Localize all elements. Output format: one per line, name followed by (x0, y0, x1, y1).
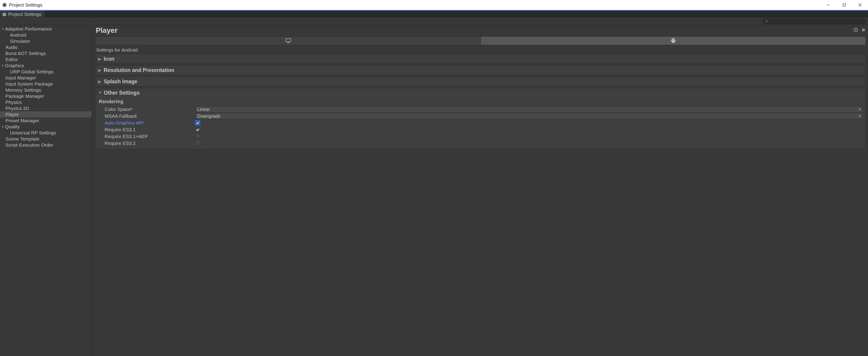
property-label: MSAA Fallback (104, 114, 195, 119)
sidebar-item[interactable]: ▼Adaptive Performance (0, 26, 92, 32)
platform-tab-android[interactable] (481, 37, 866, 45)
search-input[interactable] (763, 19, 867, 24)
property-require-es32: Require ES3.2 (98, 140, 863, 147)
unity-logo-icon (2, 2, 7, 8)
help-icon[interactable]: ? (854, 28, 858, 33)
sidebar-item[interactable]: Android (0, 32, 92, 38)
sidebar-item-label: Universal RP Settings (10, 130, 56, 136)
sidebar-item[interactable]: ▼Graphics (0, 62, 92, 69)
svg-point-15 (863, 31, 863, 31)
property-require-es31: Require ES3.1 (98, 126, 863, 133)
sidebar-item[interactable]: Physics (0, 99, 92, 105)
page-title: Player (96, 26, 118, 35)
svg-point-13 (863, 29, 863, 29)
svg-rect-3 (843, 4, 845, 6)
foldout-header-other[interactable]: ▼ Other Settings (96, 88, 866, 97)
property-auto-graphics-api: Auto Graphics API (98, 120, 863, 126)
toolbar (0, 18, 868, 25)
monitor-icon (285, 38, 291, 43)
sidebar-item[interactable]: Input Manager (0, 75, 92, 81)
settings-category-tree[interactable]: ▼Adaptive PerformanceAndroidSimulatorAud… (0, 25, 92, 356)
sidebar-item[interactable]: URP Global Settings (0, 69, 92, 75)
sidebar-item-label: Player (5, 112, 19, 117)
sidebar-item[interactable]: Editor (0, 56, 92, 62)
sidebar-item-label: Adaptive Performance (5, 26, 52, 32)
require-es31-checkbox[interactable] (195, 127, 200, 132)
foldout-label: Other Settings (104, 90, 140, 96)
require-es32-checkbox[interactable] (195, 140, 200, 145)
property-color-space: Color Space* Linear ▼ (98, 106, 863, 113)
sidebar-item[interactable]: Simulator (0, 38, 92, 44)
chevron-down-icon[interactable]: ▼ (1, 125, 4, 129)
sidebar-item[interactable]: Script Execution Order (0, 142, 92, 148)
foldout-label: Splash Image (104, 78, 137, 85)
platform-caption: Settings for Android (96, 47, 866, 53)
property-msaa-fallback: MSAA Fallback Downgrade ▼ (98, 113, 863, 120)
tab-strip: Project Settings (0, 10, 868, 18)
svg-line-7 (767, 22, 768, 23)
foldout-splash: ▶ Splash Image (96, 77, 866, 86)
chevron-down-icon: ▼ (98, 91, 102, 95)
property-label: Require ES3.1+AEP (104, 134, 195, 139)
chevron-down-icon[interactable]: ▼ (1, 64, 4, 67)
msaa-fallback-dropdown[interactable]: Downgrade ▼ (195, 113, 863, 119)
dropdown-value: Downgrade (197, 114, 220, 119)
sidebar-item-label: Script Execution Order (5, 142, 53, 148)
group-label-rendering: Rendering (99, 99, 863, 104)
sidebar-item-label: Simulator (10, 38, 30, 44)
platform-tab-desktop[interactable] (96, 37, 481, 45)
chevron-down-icon[interactable]: ▼ (1, 27, 4, 31)
sidebar-item[interactable]: Scene Template (0, 136, 92, 142)
android-icon (671, 38, 676, 43)
window-maximize-button[interactable] (836, 0, 852, 10)
chevron-right-icon: ▶ (98, 79, 102, 84)
sidebar-item[interactable]: ▼Quality (0, 124, 92, 130)
sidebar-item-label: Quality (5, 124, 20, 129)
sidebar-item[interactable]: Memory Settings (0, 87, 92, 93)
sidebar-item-label: URP Global Settings (10, 69, 54, 74)
sidebar-item[interactable]: Physics 2D (0, 105, 92, 111)
svg-text:?: ? (855, 28, 857, 31)
foldout-label: Icon (104, 56, 114, 62)
sidebar-item-label: Audio (5, 44, 18, 50)
sidebar-item-label: Package Manager (5, 94, 44, 99)
svg-point-14 (864, 30, 864, 30)
sidebar-item-label: Scene Template (5, 136, 39, 142)
sidebar-item-label: Android (10, 32, 26, 38)
sidebar-item[interactable]: Player (0, 111, 92, 118)
svg-marker-1 (3, 4, 6, 6)
sidebar-item-label: Input System Package (5, 81, 53, 87)
foldout-header-splash[interactable]: ▶ Splash Image (96, 77, 866, 86)
window-close-button[interactable] (852, 0, 868, 10)
property-label: Require ES3.2 (104, 140, 195, 146)
sidebar-item[interactable]: Burst AOT Settings (0, 50, 92, 56)
sidebar-item-label: Input Manager (5, 75, 36, 80)
foldout-header-resolution[interactable]: ▶ Resolution and Presentation (96, 66, 866, 75)
foldout-header-icon[interactable]: ▶ Icon (96, 54, 866, 63)
svg-point-6 (766, 20, 767, 22)
sidebar-item-label: Physics 2D (5, 106, 29, 111)
property-label: Color Space* (104, 106, 195, 112)
foldout-icon: ▶ Icon (96, 54, 866, 64)
foldout-resolution: ▶ Resolution and Presentation (96, 65, 866, 75)
sidebar-item[interactable]: Universal RP Settings (0, 130, 92, 136)
svg-rect-16 (286, 39, 291, 42)
require-es31aep-checkbox[interactable] (195, 133, 200, 138)
window-minimize-button[interactable] (820, 0, 836, 10)
sidebar-item-label: Graphics (5, 63, 24, 68)
settings-menu-icon[interactable] (861, 28, 866, 33)
tab-project-settings[interactable]: Project Settings (0, 11, 45, 18)
color-space-dropdown[interactable]: Linear ▼ (195, 106, 863, 112)
sidebar-item[interactable]: Package Manager (0, 93, 92, 99)
sidebar-item-label: Preset Manager (5, 118, 39, 123)
sidebar-item[interactable]: Input System Package (0, 81, 92, 87)
auto-graphics-api-checkbox[interactable] (195, 120, 200, 125)
sidebar-item-label: Memory Settings (5, 87, 41, 93)
sidebar-item[interactable]: Preset Manager (0, 118, 92, 124)
chevron-down-icon: ▼ (858, 107, 861, 111)
chevron-down-icon: ▼ (858, 114, 861, 118)
sidebar-item[interactable]: Audio (0, 44, 92, 50)
foldout-other-settings: ▼ Other Settings Rendering Color Space* … (96, 88, 866, 149)
settings-content: Player ? Settings for Android ▶ (92, 25, 868, 356)
chevron-right-icon: ▶ (98, 57, 102, 61)
